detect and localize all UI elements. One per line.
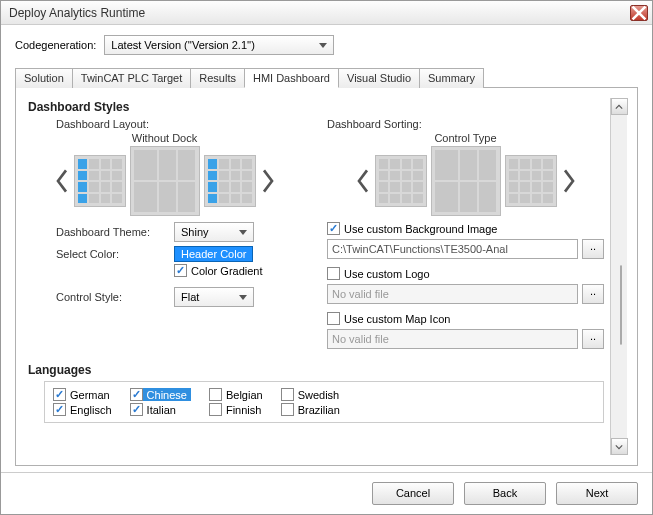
lang-belgian-label: Belgian [226, 389, 263, 401]
scroll-thumb[interactable] [620, 265, 622, 345]
dashboard-styles-heading: Dashboard Styles [28, 100, 604, 114]
next-button[interactable]: Next [556, 482, 638, 505]
sorting-column: Dashboard Sorting: Control Type Use cust… [327, 118, 604, 357]
tab-visual-studio[interactable]: Visual Studio [338, 68, 420, 88]
use-map-icon-label: Use custom Map Icon [344, 313, 450, 325]
cancel-button[interactable]: Cancel [372, 482, 454, 505]
lang-englisch-label: Englisch [70, 404, 112, 416]
tab-twincat-plc-target[interactable]: TwinCAT PLC Target [72, 68, 192, 88]
logo-browse-button[interactable]: .. [582, 284, 604, 304]
codegen-value: Latest Version (''Version 2.1'') [111, 39, 255, 51]
lang-italian-label: Italian [147, 404, 176, 416]
lang-chinese[interactable]: Chinese [130, 388, 191, 401]
sorting-thumb-selected[interactable] [431, 146, 501, 216]
theme-value: Shiny [181, 226, 209, 238]
lang-swedish[interactable]: Swedish [281, 388, 340, 401]
back-button[interactable]: Back [464, 482, 546, 505]
theme-label: Dashboard Theme: [56, 226, 166, 238]
codegen-select[interactable]: Latest Version (''Version 2.1'') [104, 35, 334, 55]
color-gradient-label: Color Gradient [191, 265, 263, 277]
lang-brazilian-label: Brazilian [298, 404, 340, 416]
control-style-label: Control Style: [56, 291, 166, 303]
layout-carousel [26, 146, 303, 216]
sorting-label: Dashboard Sorting: [327, 118, 604, 130]
dialog-footer: Cancel Back Next [1, 472, 652, 514]
close-button[interactable] [630, 5, 648, 21]
languages-heading: Languages [28, 363, 604, 377]
codegen-label: Codegeneration: [15, 39, 96, 51]
bg-image-browse-button[interactable]: .. [582, 239, 604, 259]
tab-summary[interactable]: Summary [419, 68, 484, 88]
scroll-down-button[interactable] [611, 438, 628, 455]
use-logo-checkbox[interactable] [327, 267, 340, 280]
use-bg-image-label: Use custom Background Image [344, 223, 497, 235]
tab-hmi-dashboard[interactable]: HMI Dashboard [244, 68, 339, 88]
lang-chinese-checkbox[interactable] [130, 388, 143, 401]
color-gradient-checkbox[interactable] [174, 264, 187, 277]
lang-belgian[interactable]: Belgian [209, 388, 263, 401]
layout-next-arrow[interactable] [260, 167, 276, 195]
layout-label: Dashboard Layout: [56, 118, 303, 130]
layout-thumb-3[interactable] [204, 155, 256, 207]
map-icon-path-input [327, 329, 578, 349]
lang-finnish-label: Finnish [226, 404, 261, 416]
lang-swedish-label: Swedish [298, 389, 340, 401]
lang-german-label: German [70, 389, 110, 401]
lang-brazilian-checkbox[interactable] [281, 403, 294, 416]
titlebar: Deploy Analytics Runtime [1, 1, 652, 25]
sorting-next-arrow[interactable] [561, 167, 577, 195]
sorting-title: Control Type [327, 132, 604, 144]
theme-select[interactable]: Shiny [174, 222, 254, 242]
lang-englisch-checkbox[interactable] [53, 403, 66, 416]
control-style-select[interactable]: Flat [174, 287, 254, 307]
layout-prev-arrow[interactable] [54, 167, 70, 195]
use-bg-image-checkbox[interactable] [327, 222, 340, 235]
lang-finnish[interactable]: Finnish [209, 403, 263, 416]
sorting-thumb-1[interactable] [375, 155, 427, 207]
window-title: Deploy Analytics Runtime [5, 6, 630, 20]
use-logo-label: Use custom Logo [344, 268, 430, 280]
sorting-thumb-3[interactable] [505, 155, 557, 207]
lang-belgian-checkbox[interactable] [209, 388, 222, 401]
scroll-up-button[interactable] [611, 98, 628, 115]
map-icon-browse-button[interactable]: .. [582, 329, 604, 349]
lang-finnish-checkbox[interactable] [209, 403, 222, 416]
lang-italian[interactable]: Italian [130, 403, 191, 416]
tab-panel: Dashboard Styles Dashboard Layout: Witho… [15, 88, 638, 466]
control-style-value: Flat [181, 291, 199, 303]
lang-brazilian[interactable]: Brazilian [281, 403, 340, 416]
lang-swedish-checkbox[interactable] [281, 388, 294, 401]
languages-box: German Englisch Chinese Italian Belgian … [44, 381, 604, 423]
header-color-button[interactable]: Header Color [174, 246, 253, 262]
select-color-label: Select Color: [56, 248, 166, 260]
bg-image-path-input[interactable] [327, 239, 578, 259]
lang-chinese-label: Chinese [147, 389, 187, 401]
codegen-row: Codegeneration: Latest Version (''Versio… [15, 35, 638, 55]
tabstrip: Solution TwinCAT PLC Target Results HMI … [15, 67, 638, 88]
sorting-carousel [327, 146, 604, 216]
logo-path-input [327, 284, 578, 304]
lang-german-checkbox[interactable] [53, 388, 66, 401]
lang-englisch[interactable]: Englisch [53, 403, 112, 416]
use-map-icon-checkbox[interactable] [327, 312, 340, 325]
dialog-content: Codegeneration: Latest Version (''Versio… [1, 25, 652, 472]
lang-italian-checkbox[interactable] [130, 403, 143, 416]
tab-solution[interactable]: Solution [15, 68, 73, 88]
dialog-window: Deploy Analytics Runtime Codegeneration:… [0, 0, 653, 515]
vertical-scrollbar[interactable] [610, 98, 627, 455]
layout-title: Without Dock [26, 132, 303, 144]
layout-column: Dashboard Layout: Without Dock Dashboard… [26, 118, 303, 357]
tab-results[interactable]: Results [190, 68, 245, 88]
sorting-prev-arrow[interactable] [355, 167, 371, 195]
layout-thumb-selected[interactable] [130, 146, 200, 216]
layout-thumb-1[interactable] [74, 155, 126, 207]
lang-german[interactable]: German [53, 388, 112, 401]
